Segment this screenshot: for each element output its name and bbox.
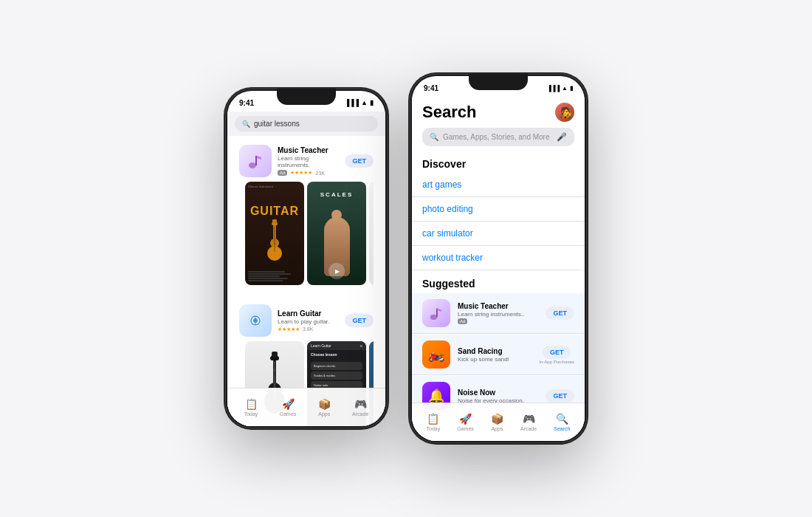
- mic-icon: 🎤: [557, 132, 567, 142]
- guitar-svg: [264, 218, 286, 262]
- user-avatar[interactable]: 🧑‍🎤: [555, 103, 574, 122]
- learn-guitar-desc: Learn to play guitar.: [278, 318, 339, 325]
- music-teacher-get-btn[interactable]: GET: [345, 154, 374, 168]
- tab-arcade-label-1: Arcade: [352, 411, 368, 417]
- sand-racing-emoji: 🏍️: [428, 346, 444, 363]
- search-query-1: guitar lessons: [254, 120, 300, 128]
- search-input-bar[interactable]: 🔍 Games, Apps, Stories, and More 🎤: [422, 128, 574, 146]
- sugg-ad-badge: Ad: [458, 318, 467, 324]
- svg-rect-6: [272, 219, 277, 224]
- head-circle: [331, 210, 342, 220]
- tab-arcade-icon-2: 🎮: [523, 413, 535, 425]
- play-btn: ▶: [328, 263, 345, 279]
- discover-car-simulator-text: car simulator: [422, 228, 473, 239]
- noise-now-emoji: 🔔: [428, 388, 444, 404]
- search-icon-small-1: 🔍: [242, 120, 250, 128]
- wifi-icon: ▲: [361, 99, 368, 106]
- tab-apps-icon-1: 📦: [318, 398, 331, 410]
- tab-arcade-2[interactable]: 🎮 Arcade: [520, 413, 537, 431]
- music-teacher-desc: Learn string instruments.: [278, 155, 339, 168]
- sugg-music-teacher-meta: Ad: [458, 318, 538, 324]
- tab-apps-label-1: Apps: [318, 411, 330, 417]
- music-teacher-rating: 23K: [315, 171, 324, 176]
- in-app-purchases-note: In-App Purchases: [539, 360, 574, 364]
- search-header: Search 🧑‍🎤 🔍 Games, Apps, Stories, and M…: [412, 97, 585, 151]
- tab-arcade-1[interactable]: 🎮 Arcade: [352, 398, 368, 417]
- sugg-sand-racing-get-btn[interactable]: GET: [543, 346, 571, 359]
- discover-workout-tracker-text: workout tracker: [422, 253, 483, 263]
- learn-guitar-get-btn[interactable]: GET: [345, 314, 374, 327]
- tab-today-icon-2: 📋: [427, 413, 439, 425]
- sugg-sand-racing-btn-area: GET In-App Purchases: [539, 346, 574, 364]
- tab-apps-icon-2: 📦: [491, 413, 503, 425]
- tab-arcade-icon-1: 🎮: [354, 398, 367, 410]
- lg-header-icon: ≡: [360, 343, 362, 348]
- tab-apps-1[interactable]: 📦 Apps: [318, 398, 331, 417]
- discover-car-simulator[interactable]: car simulator: [412, 222, 585, 246]
- svg-point-0: [249, 162, 256, 168]
- music-teacher-info: Music Teacher Learn string instruments. …: [278, 146, 339, 176]
- scales-text: SCALES: [320, 191, 353, 198]
- status-icons-1: ▐▐▐ ▲ ▮: [345, 99, 374, 106]
- suggested-sand-racing: 🏍️ Sand Racing Kick up some sand! GET In…: [412, 335, 585, 375]
- discover-art-games[interactable]: art games: [412, 173, 585, 197]
- sugg-sand-racing-info: Sand Racing Kick up some sand!: [458, 347, 531, 363]
- learn-guitar-icon: [239, 304, 272, 337]
- discover-workout-tracker[interactable]: workout tracker: [412, 246, 585, 270]
- battery-icon: ▮: [370, 99, 374, 106]
- sugg-sand-racing-desc: Kick up some sand!: [458, 356, 531, 363]
- lg-lesson-1: Beginner chords: [311, 362, 362, 370]
- sugg-music-teacher-icon: [422, 299, 450, 327]
- tab-games-2[interactable]: 🚀 Games: [457, 413, 474, 431]
- music-teacher-row: Music Teacher Learn string instruments. …: [239, 145, 374, 177]
- phone-2: 9:41 ▐▐▐ ▲ ▮ Search 🧑‍🎤: [410, 74, 587, 443]
- phone-1-inner: 9:41 ▐▐▐ ▲ ▮ 🔍 guitar lessons: [227, 91, 385, 426]
- tab-games-icon-1: 🚀: [282, 398, 295, 410]
- tab-apps-2[interactable]: 📦 Apps: [491, 413, 503, 431]
- signal-icon: ▐▐▐: [345, 99, 359, 106]
- search-bar-1[interactable]: 🔍 guitar lessons: [235, 116, 378, 131]
- guitar-screenshot-2: SCALES ▶: [307, 182, 366, 285]
- phone-2-inner: 9:41 ▐▐▐ ▲ ▮ Search 🧑‍🎤: [412, 76, 585, 441]
- sugg-sand-racing-name: Sand Racing: [458, 347, 531, 355]
- battery-icon-2: ▮: [570, 85, 573, 92]
- discover-photo-editing-text: photo editing: [422, 204, 473, 214]
- guitar-screenshot-3: Practice: [369, 182, 374, 285]
- learn-guitar-rating: 3.8K: [303, 326, 313, 332]
- avatar-emoji: 🧑‍🎤: [559, 106, 571, 118]
- tab-bar-2: 📋 Today 🚀 Games 📦 Apps 🎮 Arcade: [412, 403, 585, 441]
- status-time-1: 9:41: [239, 99, 254, 107]
- search-placeholder: Games, Apps, Stories, and More: [443, 133, 550, 141]
- discover-section-title: Discover: [412, 151, 585, 173]
- lg-lesson-2: Scales & modes: [311, 372, 362, 380]
- sugg-music-teacher-name: Music Teacher: [458, 302, 538, 310]
- sugg-noise-now-get-btn[interactable]: GET: [546, 389, 574, 403]
- lg-choose-label: Choose lesson: [307, 350, 366, 359]
- signal-icon-2: ▐▐▐: [547, 85, 560, 92]
- svg-rect-38: [436, 309, 438, 318]
- tab-games-label-2: Games: [457, 426, 474, 431]
- discover-photo-editing[interactable]: photo editing: [412, 197, 585, 222]
- tab-arcade-label-2: Arcade: [520, 426, 537, 431]
- phone-2-screen: Search 🧑‍🎤 🔍 Games, Apps, Stories, and M…: [412, 97, 585, 441]
- tab-today-1[interactable]: 📋 Today: [244, 398, 258, 417]
- tab-today-label-2: Today: [427, 426, 441, 431]
- sugg-noise-now-name: Noise Now: [458, 388, 538, 397]
- tab-games-1[interactable]: 🚀 Games: [280, 398, 297, 417]
- tab-today-2[interactable]: 📋 Today: [427, 413, 441, 431]
- search-bar-container-1: 🔍 guitar lessons: [227, 112, 385, 136]
- play-icon: ▶: [335, 268, 340, 275]
- guitar-screenshot-1: Choose Instrument GUITAR: [245, 182, 304, 285]
- sugg-music-teacher-btn-area: GET: [546, 307, 574, 320]
- sugg-music-teacher-get-btn[interactable]: GET: [546, 307, 574, 320]
- tab-bar-1: 📋 Today 🚀 Games 📦 Apps 🎮 Arcade: [227, 388, 385, 426]
- music-teacher-card: Music Teacher Learn string instruments. …: [233, 139, 379, 295]
- phone-1-screen: 🔍 guitar lessons: [227, 112, 385, 426]
- status-time-2: 9:41: [424, 84, 438, 92]
- notch-1: [277, 89, 336, 105]
- tab-apps-label-2: Apps: [491, 426, 503, 431]
- tab-games-label-1: Games: [280, 411, 297, 417]
- tab-search-2[interactable]: 🔍 Search: [554, 413, 570, 431]
- search-title: Search: [422, 103, 476, 122]
- music-teacher-icon-2: [429, 306, 444, 321]
